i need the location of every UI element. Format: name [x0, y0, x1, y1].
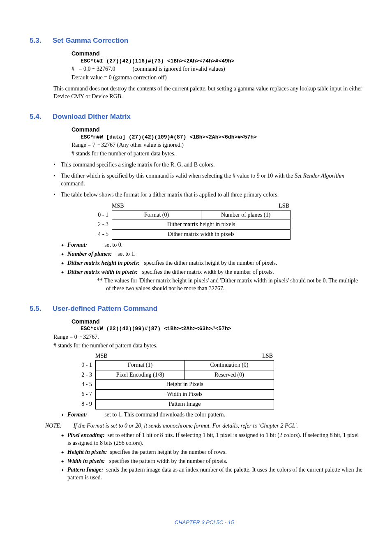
- rest: specifies the dither matrix height by th…: [144, 260, 277, 266]
- line-range-5-4: Range = 7 ~ 32767 (Any other value is ig…: [71, 141, 363, 149]
- section-5-3-title: Set Gamma Correction: [53, 36, 128, 46]
- table-row: 2 - 3 Pixel Encoding (1/8) Reserved (0): [74, 370, 274, 380]
- sublist-5-5a: Format: set to 1. This command downloads…: [61, 411, 363, 419]
- table-5-5: 0 - 1 Format (1) Continuation (0) 2 - 3 …: [74, 360, 274, 409]
- msb-lsb-row-5-4: MSB LSB: [90, 202, 289, 210]
- bullet-5-4-1: This command specifies a single matrix f…: [53, 161, 363, 169]
- b2-before: The dither which is specified by this co…: [61, 173, 295, 179]
- note-text: If the Format is set to 0 or 20, it send…: [73, 423, 298, 429]
- sub-5-4-height: Dither matrix height in pixels: specifie…: [61, 259, 363, 267]
- rest: set to 0.: [104, 242, 122, 248]
- table-row: 4 - 5 Height in Pixels: [74, 380, 274, 390]
- sub-5-5-format: Format: set to 1. This command downloads…: [61, 411, 363, 419]
- msb-label: MSB: [95, 352, 108, 360]
- hash-content: # = 0.0 ~ 32767.0 (command is ignored fo…: [71, 66, 225, 72]
- msb-label: MSB: [112, 202, 124, 210]
- sub-5-4-format: Format: set to 0.: [61, 241, 363, 249]
- cell: Format (0): [112, 210, 201, 220]
- label: Dither matrix height in pixels:: [67, 260, 140, 266]
- row-label: 2 - 3: [90, 220, 112, 230]
- label: Height in pixels:: [67, 449, 107, 455]
- sub-5-5-pattern: Pattern Image: sends the pattern image d…: [61, 466, 363, 482]
- table-5-4: 0 - 1 Format (0) Number of planes (1) 2 …: [90, 210, 291, 240]
- cell: Pixel Encoding (1/8): [96, 370, 185, 380]
- table-row: 2 - 3 Dither matrix height in pixels: [90, 220, 291, 230]
- table-row: 0 - 1 Format (1) Continuation (0): [74, 360, 274, 370]
- rest: specifies the pattern height by the numb…: [110, 449, 226, 455]
- command-code-5-5: ESC*c#W (22)(42)(99)#(87) <1Bh><2Ah><63h…: [81, 325, 363, 333]
- cell: Reserved (0): [185, 370, 274, 380]
- rest: set to 1.: [118, 251, 136, 257]
- row-label: 4 - 5: [74, 380, 96, 390]
- label: Pattern Image:: [67, 467, 104, 473]
- rest: sends the pattern image data as an index…: [67, 467, 362, 481]
- cell: Continuation (0): [185, 360, 274, 370]
- row-label: 0 - 1: [74, 360, 96, 370]
- command-label-5-4: Command: [71, 126, 363, 134]
- note-5-5: NOTE: If the Format is set to 0 or 20, i…: [45, 422, 363, 430]
- line-hash-5-3: # = 0.0 ~ 32767.0 (command is ignored fo…: [71, 65, 363, 73]
- sublist-5-4: Format: set to 0. Number of planes: set …: [61, 241, 363, 292]
- label: Width in pixels:: [67, 458, 105, 464]
- sub-5-5-pixel: Pixel encoding: set to either of 1 bit o…: [61, 432, 363, 447]
- bullet-5-4-3: The table below shows the format for a d…: [53, 191, 363, 199]
- sub-5-4-width: Dither matrix width in pixels: specifies…: [61, 268, 363, 293]
- table-row: 6 - 7 Width in Pixels: [74, 390, 274, 400]
- section-5-5-num: 5.5.: [30, 304, 44, 314]
- b2-after: command.: [61, 180, 85, 187]
- line-stands-5-5: # stands for the number of pattern data …: [53, 342, 363, 350]
- lsb-label: LSB: [279, 202, 289, 210]
- rest: specifies the dither matrix width by the…: [142, 269, 274, 275]
- line-stands-5-4: # stands for the number of pattern data …: [71, 150, 363, 158]
- row-label: 4 - 5: [90, 230, 112, 240]
- b2-ital: Set Render Algorithm: [295, 173, 344, 179]
- section-5-3-heading: 5.3. Set Gamma Correction: [30, 36, 363, 46]
- label: Number of planes:: [67, 251, 112, 257]
- row-label: 2 - 3: [74, 370, 96, 380]
- cell: Dither matrix height in pixels: [112, 220, 291, 230]
- section-5-4-title: Download Dither Matrix: [53, 112, 131, 122]
- cell: Dither matrix width in pixels: [112, 230, 291, 240]
- command-label-5-3: Command: [71, 50, 363, 58]
- note-label: NOTE:: [45, 423, 62, 429]
- section-5-4-num: 5.4.: [30, 112, 44, 122]
- row-label: 8 - 9: [74, 400, 96, 409]
- table-row: 0 - 1 Format (0) Number of planes (1): [90, 210, 291, 220]
- table-row: 8 - 9 Pattern Image: [74, 400, 274, 409]
- sub-5-5-width: Width in pixels: specifies the pattern w…: [61, 458, 363, 465]
- sublist-5-5b: Pixel encoding: set to either of 1 bit o…: [61, 432, 363, 482]
- rest: set to 1. This command downloads the col…: [104, 412, 225, 418]
- sub-5-4-planes: Number of planes: set to 1.: [61, 250, 363, 258]
- cell: Number of planes (1): [201, 210, 291, 220]
- para-5-3: This command does not destroy the conten…: [53, 85, 363, 101]
- table-5-5-wrap: MSB LSB 0 - 1 Format (1) Continuation (0…: [74, 352, 363, 409]
- page-footer: CHAPTER 3 PCL5C - 15: [45, 519, 363, 526]
- section-5-5-title: User-defined Pattern Command: [53, 304, 157, 314]
- line-range-5-5: Range = 0 ~ 32767.: [53, 333, 363, 341]
- note-stars-5-4: ** The values for 'Dither matrix height …: [97, 277, 363, 293]
- label: Pixel encoding:: [67, 432, 105, 438]
- line-default-5-3: Default value = 0 (gamma correction off): [71, 74, 363, 82]
- rest: specifies the pattern width by the numbe…: [109, 458, 227, 464]
- section-5-5-heading: 5.5. User-defined Pattern Command: [30, 304, 363, 314]
- rest: set to either of 1 bit or 8 bits. If sel…: [67, 432, 359, 446]
- table-row: 4 - 5 Dither matrix width in pixels: [90, 230, 291, 240]
- cell: Format (1): [96, 360, 185, 370]
- section-5-4-heading: 5.4. Download Dither Matrix: [30, 112, 363, 122]
- section-5-3-num: 5.3.: [30, 36, 44, 46]
- msb-lsb-row-5-5: MSB LSB: [74, 352, 273, 360]
- label: Format:: [67, 242, 87, 248]
- label: Dither matrix width in pixels:: [67, 269, 138, 275]
- cell: Pattern Image: [96, 400, 274, 409]
- row-label: 0 - 1: [90, 210, 112, 220]
- label: Format:: [67, 412, 87, 418]
- lsb-label: LSB: [262, 352, 273, 360]
- command-code-5-4: ESC*m#W [data] (27)(42)(109)#(87) <1Bh><…: [81, 134, 363, 141]
- row-label: 6 - 7: [74, 390, 96, 400]
- cell: Width in Pixels: [96, 390, 274, 400]
- bullets-5-4: This command specifies a single matrix f…: [53, 161, 363, 199]
- bullet-5-4-2: The dither which is specified by this co…: [53, 172, 363, 188]
- table-5-4-wrap: MSB LSB 0 - 1 Format (0) Number of plane…: [90, 202, 363, 240]
- command-code-5-3: ESC*t#I (27)(42)(116)#(73) <1Bh><2Ah><74…: [81, 58, 363, 65]
- sub-5-5-height: Height in pixels: specifies the pattern …: [61, 449, 363, 456]
